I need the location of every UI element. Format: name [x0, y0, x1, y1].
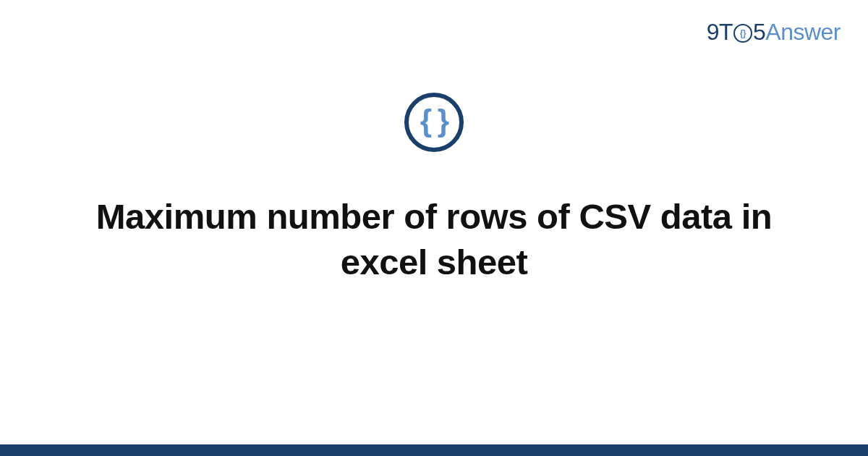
logo-part-5: 5 [753, 19, 765, 46]
braces-glyph: { } [420, 106, 448, 136]
site-logo[interactable]: 9T {} 5 Answer [707, 19, 841, 46]
footer-accent-bar [0, 444, 868, 456]
logo-o-braces: {} [740, 29, 746, 38]
logo-o-circle: {} [733, 24, 752, 43]
page-title: Maximum number of rows of CSV data in ex… [87, 194, 781, 284]
topic-braces-icon: { } [404, 93, 464, 152]
content-center: { } Maximum number of rows of CSV data i… [0, 93, 868, 284]
logo-part-9t: 9T [707, 19, 733, 46]
logo-part-answer: Answer [765, 19, 841, 46]
